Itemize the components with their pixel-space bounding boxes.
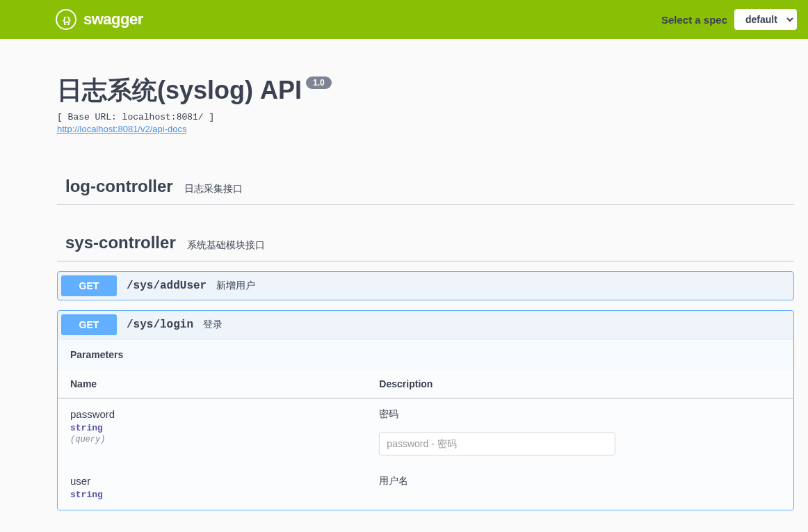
opblock-login: GET /sys/login 登录 Parameters Name Descri…	[57, 310, 794, 510]
opblock-summary[interactable]: GET /sys/addUser 新增用户	[58, 272, 793, 300]
main: 日志系统(syslog) API 1.0 [ Base URL: localho…	[0, 39, 808, 510]
tag-name: sys-controller	[65, 233, 176, 252]
param-type: string	[70, 490, 354, 500]
tag-log-controller[interactable]: log-controller 日志采集接口	[57, 170, 794, 205]
method-badge-get: GET	[61, 275, 117, 296]
operation-path: /sys/login	[127, 319, 193, 331]
topbar-left: {..} swagger	[56, 9, 143, 30]
table-row: password string (query) 密码	[58, 398, 793, 466]
tag-sys-controller[interactable]: sys-controller 系统基础模块接口	[57, 226, 794, 261]
brand-label: swagger	[83, 10, 143, 29]
parameters-header: Parameters	[58, 339, 793, 370]
tag-sections: log-controller 日志采集接口 sys-controller 系统基…	[57, 170, 794, 510]
param-name: password	[70, 408, 354, 420]
col-header-description: Description	[366, 370, 793, 398]
param-in: (query)	[70, 435, 354, 444]
spec-select[interactable]: default	[734, 9, 797, 30]
api-title-text: 日志系统(syslog) API	[57, 74, 302, 108]
tag-description: 日志采集接口	[184, 183, 243, 195]
opblock-adduser: GET /sys/addUser 新增用户	[57, 271, 794, 300]
tag-name: log-controller	[65, 177, 173, 196]
param-name: user	[70, 475, 354, 487]
swagger-logo-icon: {..}	[56, 9, 76, 30]
docs-link[interactable]: http://localhost:8081/v2/api-docs	[57, 124, 186, 134]
tag-description: 系统基础模块接口	[187, 239, 265, 252]
parameters-table: Name Description password string (query)	[58, 370, 793, 510]
param-input-password[interactable]	[379, 432, 615, 456]
topbar: {..} swagger Select a spec default	[0, 0, 808, 39]
table-row: user string 用户名	[58, 465, 793, 510]
operation-summary: 登录	[203, 319, 223, 331]
operation-path: /sys/addUser	[127, 280, 207, 292]
base-url: [ Base URL: localhost:8081/ ]	[57, 112, 794, 122]
operations-sys: GET /sys/addUser 新增用户 GET /sys/login 登录 …	[57, 271, 794, 510]
api-title: 日志系统(syslog) API 1.0	[57, 74, 794, 108]
operation-summary: 新增用户	[216, 280, 255, 292]
col-header-name: Name	[58, 370, 366, 398]
param-type: string	[70, 423, 354, 433]
select-spec-label: Select a spec	[661, 14, 727, 26]
param-description: 密码	[379, 408, 781, 421]
method-badge-get: GET	[61, 314, 117, 335]
version-badge: 1.0	[306, 76, 332, 89]
param-description: 用户名	[379, 475, 781, 487]
opblock-summary[interactable]: GET /sys/login 登录	[58, 311, 793, 339]
topbar-right: Select a spec default	[661, 9, 797, 30]
